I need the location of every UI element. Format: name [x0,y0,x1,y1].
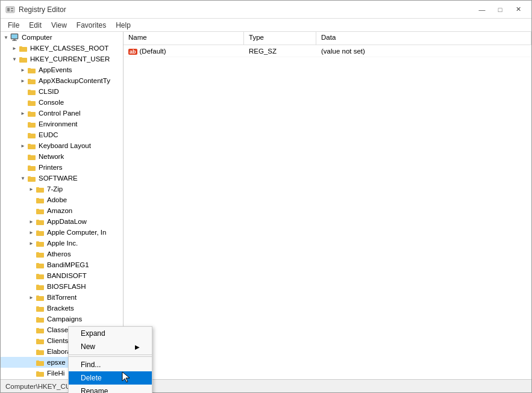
tree-item-atheros[interactable]: Atheros [1,249,123,259]
registry-icon [5,5,15,14]
tree-item-biosflash[interactable]: BIOSFLASH [1,281,123,292]
svg-rect-3 [11,10,13,11]
folder-icon-hkcr [19,45,28,52]
tree-label-campaigns: Campaigns [47,315,82,323]
folder-icon-bandisoft [36,272,45,280]
svg-rect-31 [28,166,36,171]
menu-file[interactable]: File [3,20,24,31]
folder-icon-appdatalow [36,218,45,226]
menu-view[interactable]: View [46,20,72,31]
tree-item-environment[interactable]: Environment [1,119,123,129]
tree-label-bandimpeg1: BandiMPEG1 [47,261,89,268]
tree-item-bandimpeg1[interactable]: BandiMPEG1 [1,259,123,270]
tree-label-clsid: CLSID [39,88,59,95]
tree-arrow-controlpanel: ► [19,111,27,116]
svg-rect-23 [28,123,36,128]
svg-rect-43 [36,231,44,236]
tree-item-clsid[interactable]: CLSID [1,86,123,97]
context-menu-item-expand[interactable]: Expand [69,327,152,340]
folder-icon-filehi [36,370,45,377]
context-menu: ExpandNew▶Find...DeleteRename [68,326,152,393]
folder-icon-computer [10,34,20,42]
tree-item-appdatalow[interactable]: ►AppDataLow [1,216,123,227]
tree-label-eudc: EUDC [39,131,58,138]
tree-item-console[interactable]: Console [1,97,123,108]
details-pane: Name Type Data ab(Default)REG_SZ(value n… [124,32,531,379]
tree-item-hkcu[interactable]: ▼HKEY_CURRENT_USER [1,54,123,64]
tree-label-filehi: FileHi [47,370,64,377]
tree-item-amazon[interactable]: Amazon [1,205,123,216]
tree-label-environment: Environment [39,120,78,128]
col-header-type[interactable]: Type [244,32,316,45]
tree-item-printers[interactable]: Printers [1,162,123,173]
context-menu-item-new[interactable]: New▶ [69,340,152,353]
tree-arrow-appevents: ► [19,67,27,73]
tree-label-controlpanel: Control Panel [39,110,81,117]
tree-item-bittorrent[interactable]: ►BitTorrent [1,292,123,303]
tree-label-7zip: 7-Zip [47,185,63,193]
tree-item-adobe[interactable]: Adobe [1,194,123,205]
context-menu-item-delete[interactable]: Delete [69,371,152,385]
folder-icon-brackets [36,305,45,312]
folder-icon-classes [36,326,45,334]
details-cell-type-0: REG_SZ [244,48,316,55]
details-cell-name-0: ab(Default) [124,48,244,55]
menu-favorites[interactable]: Favorites [72,20,111,31]
svg-rect-59 [36,318,44,323]
svg-rect-49 [36,264,44,268]
tree-item-applecomputer[interactable]: ►Apple Computer, In [1,227,123,238]
maximize-button[interactable]: □ [492,4,509,16]
title-bar: Registry Editor — □ ✕ [1,1,531,19]
col-header-name[interactable]: Name [124,32,244,45]
close-button[interactable]: ✕ [510,4,527,16]
tree-label-clients: Clients [47,337,68,344]
context-menu-label-delete: Delete [81,374,102,382]
title-bar-controls: — □ ✕ [474,4,527,16]
tree-arrow-hkcu: ▼ [10,57,19,62]
folder-icon-appevents [27,66,37,74]
svg-rect-33 [28,177,36,182]
context-menu-item-find[interactable]: Find... [69,358,152,371]
tree-arrow-hkcr: ► [10,46,19,51]
svg-rect-9 [19,47,27,52]
col-header-data[interactable]: Data [316,32,531,45]
tree-label-keyboardlayout: Keyboard Layout [39,142,91,149]
svg-rect-1 [7,8,10,11]
tree-item-controlpanel[interactable]: ►Control Panel [1,108,123,119]
tree-item-software[interactable]: ▼SOFTWARE [1,173,123,184]
svg-rect-41 [36,220,44,225]
details-row-0[interactable]: ab(Default)REG_SZ(value not set) [124,45,531,57]
context-menu-item-rename[interactable]: Rename [69,385,152,393]
title-bar-left: Registry Editor [5,5,66,14]
tree-item-appxbackup[interactable]: ►AppXBackupContentTy [1,75,123,86]
tree-label-bittorrent: BitTorrent [47,294,77,301]
folder-icon-applecomputer [36,229,45,237]
tree-item-bandisoft[interactable]: BANDISOFT [1,270,123,281]
tree-item-computer[interactable]: ▼Computer [1,32,123,43]
tree-item-hkcr[interactable]: ►HKEY_CLASSES_ROOT [1,43,123,54]
details-header: Name Type Data [124,32,531,45]
tree-item-appleinc[interactable]: ►Apple Inc. [1,238,123,249]
tree-item-keyboardlayout[interactable]: ►Keyboard Layout [1,140,123,151]
menu-help[interactable]: Help [111,20,136,31]
context-menu-label-rename: Rename [81,387,108,393]
tree-label-printers: Printers [39,164,63,171]
svg-rect-69 [36,372,44,377]
tree-item-campaigns[interactable]: Campaigns [1,314,123,324]
tree-item-network[interactable]: Network [1,151,123,162]
tree-item-appevents[interactable]: ►AppEvents [1,64,123,75]
tree-item-7zip[interactable]: ►7-Zip [1,184,123,194]
minimize-button[interactable]: — [474,4,490,16]
svg-rect-39 [36,209,44,214]
tree-item-eudc[interactable]: EUDC [1,129,123,140]
tree-label-epsxe: epsxe [47,359,66,366]
svg-rect-57 [36,307,44,312]
tree-arrow-7zip: ► [27,187,36,192]
tree-label-applecomputer: Apple Computer, In [47,229,106,236]
context-menu-label-find: Find... [81,361,101,369]
tree-item-brackets[interactable]: Brackets [1,303,123,314]
menu-edit[interactable]: Edit [24,20,46,31]
svg-rect-53 [36,285,44,290]
context-menu-sep-after-new [69,354,152,355]
folder-icon-7zip [36,185,45,193]
